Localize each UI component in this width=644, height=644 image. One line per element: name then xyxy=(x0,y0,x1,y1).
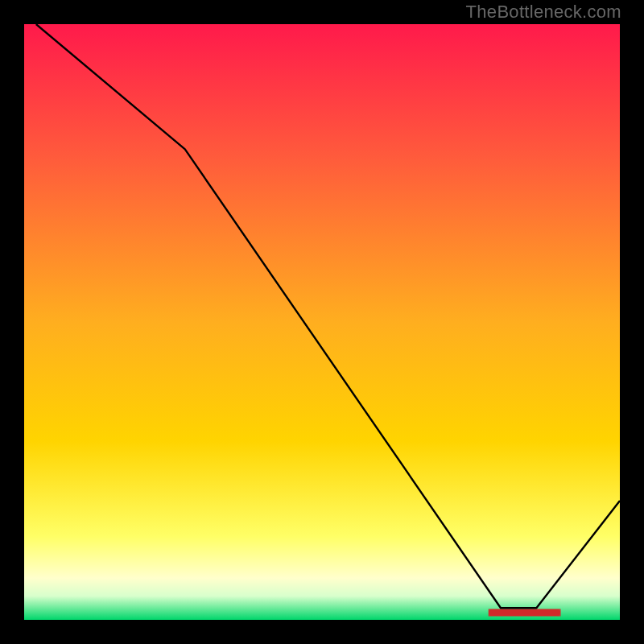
svg-rect-1 xyxy=(489,609,560,616)
chart-svg xyxy=(24,24,620,620)
svg-rect-0 xyxy=(24,24,620,620)
watermark-text: TheBottleneck.com xyxy=(466,2,621,23)
chart-container: TheBottleneck.com xyxy=(0,0,644,644)
plot-area xyxy=(24,24,620,620)
